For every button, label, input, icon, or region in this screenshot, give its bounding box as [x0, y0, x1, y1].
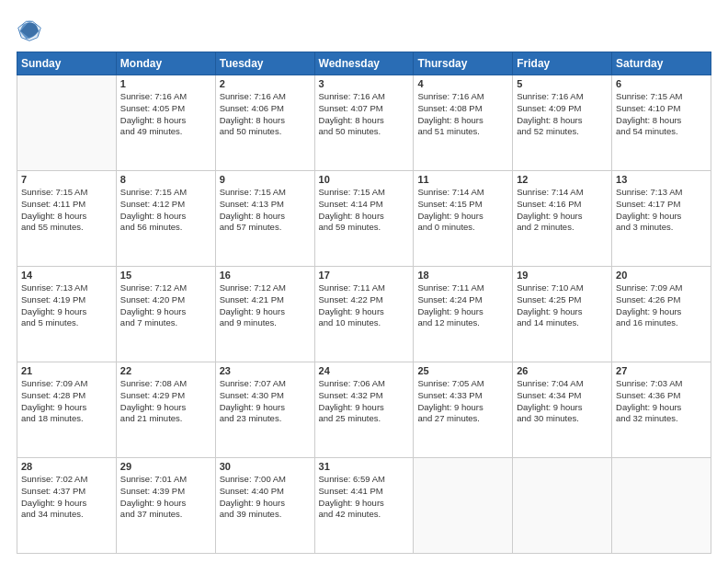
calendar-cell: 26Sunrise: 7:04 AM Sunset: 4:34 PM Dayli…: [513, 362, 612, 458]
calendar-cell: 30Sunrise: 7:00 AM Sunset: 4:40 PM Dayli…: [215, 458, 314, 554]
calendar-cell: [513, 458, 612, 554]
day-header-wednesday: Wednesday: [314, 52, 414, 75]
day-info: Sunrise: 7:09 AM Sunset: 4:26 PM Dayligh…: [616, 282, 707, 329]
day-info: Sunrise: 7:16 AM Sunset: 4:06 PM Dayligh…: [220, 91, 311, 138]
day-info: Sunrise: 7:00 AM Sunset: 4:40 PM Dayligh…: [220, 474, 311, 521]
day-info: Sunrise: 7:14 AM Sunset: 4:16 PM Dayligh…: [517, 187, 608, 234]
day-info: Sunrise: 7:03 AM Sunset: 4:36 PM Dayligh…: [616, 378, 707, 425]
day-info: Sunrise: 7:01 AM Sunset: 4:39 PM Dayligh…: [120, 474, 211, 521]
day-info: Sunrise: 7:16 AM Sunset: 4:07 PM Dayligh…: [319, 91, 410, 138]
day-info: Sunrise: 6:59 AM Sunset: 4:41 PM Dayligh…: [319, 474, 410, 521]
day-number: 13: [616, 174, 707, 185]
day-header-sunday: Sunday: [17, 52, 117, 75]
day-info: Sunrise: 7:12 AM Sunset: 4:20 PM Dayligh…: [120, 282, 211, 329]
calendar-table: SundayMondayTuesdayWednesdayThursdayFrid…: [17, 52, 711, 554]
day-number: 30: [220, 461, 311, 472]
week-row-5: 28Sunrise: 7:02 AM Sunset: 4:37 PM Dayli…: [17, 458, 711, 554]
day-number: 14: [21, 270, 112, 281]
calendar-cell: 11Sunrise: 7:14 AM Sunset: 4:15 PM Dayli…: [414, 171, 513, 267]
calendar-cell: 9Sunrise: 7:15 AM Sunset: 4:13 PM Daylig…: [215, 171, 314, 267]
day-info: Sunrise: 7:16 AM Sunset: 4:05 PM Dayligh…: [120, 91, 211, 138]
calendar-cell: 31Sunrise: 6:59 AM Sunset: 4:41 PM Dayli…: [314, 458, 414, 554]
day-info: Sunrise: 7:12 AM Sunset: 4:21 PM Dayligh…: [220, 282, 311, 329]
day-info: Sunrise: 7:16 AM Sunset: 4:09 PM Dayligh…: [517, 91, 608, 138]
calendar-cell: 17Sunrise: 7:11 AM Sunset: 4:22 PM Dayli…: [314, 267, 414, 362]
calendar-cell: 15Sunrise: 7:12 AM Sunset: 4:20 PM Dayli…: [116, 267, 215, 362]
calendar-cell: 28Sunrise: 7:02 AM Sunset: 4:37 PM Dayli…: [17, 458, 117, 554]
day-header-tuesday: Tuesday: [215, 52, 314, 75]
day-header-thursday: Thursday: [414, 52, 513, 75]
day-info: Sunrise: 7:15 AM Sunset: 4:14 PM Dayligh…: [319, 187, 410, 234]
day-info: Sunrise: 7:05 AM Sunset: 4:33 PM Dayligh…: [417, 378, 508, 425]
week-row-3: 14Sunrise: 7:13 AM Sunset: 4:19 PM Dayli…: [17, 267, 711, 362]
day-info: Sunrise: 7:04 AM Sunset: 4:34 PM Dayligh…: [517, 378, 608, 425]
calendar-cell: 24Sunrise: 7:06 AM Sunset: 4:32 PM Dayli…: [314, 362, 414, 458]
day-info: Sunrise: 7:11 AM Sunset: 4:22 PM Dayligh…: [319, 282, 410, 329]
page: SundayMondayTuesdayWednesdayThursdayFrid…: [0, 0, 728, 563]
calendar-cell: 12Sunrise: 7:14 AM Sunset: 4:16 PM Dayli…: [513, 171, 612, 267]
day-info: Sunrise: 7:09 AM Sunset: 4:28 PM Dayligh…: [21, 378, 112, 425]
day-info: Sunrise: 7:06 AM Sunset: 4:32 PM Dayligh…: [319, 378, 410, 425]
day-number: 9: [220, 174, 311, 185]
calendar-cell: [17, 75, 117, 171]
calendar-cell: 22Sunrise: 7:08 AM Sunset: 4:29 PM Dayli…: [116, 362, 215, 458]
week-row-2: 7Sunrise: 7:15 AM Sunset: 4:11 PM Daylig…: [17, 171, 711, 267]
days-header-row: SundayMondayTuesdayWednesdayThursdayFrid…: [17, 52, 711, 75]
calendar-cell: [414, 458, 513, 554]
calendar-cell: 21Sunrise: 7:09 AM Sunset: 4:28 PM Dayli…: [17, 362, 117, 458]
day-header-friday: Friday: [513, 52, 612, 75]
day-number: 11: [417, 174, 508, 185]
day-info: Sunrise: 7:10 AM Sunset: 4:25 PM Dayligh…: [517, 282, 608, 329]
day-number: 20: [616, 270, 707, 281]
header: [17, 17, 711, 42]
calendar-cell: 13Sunrise: 7:13 AM Sunset: 4:17 PM Dayli…: [612, 171, 711, 267]
day-info: Sunrise: 7:15 AM Sunset: 4:13 PM Dayligh…: [220, 187, 311, 234]
day-number: 17: [319, 270, 410, 281]
day-info: Sunrise: 7:07 AM Sunset: 4:30 PM Dayligh…: [220, 378, 311, 425]
day-info: Sunrise: 7:16 AM Sunset: 4:08 PM Dayligh…: [417, 91, 508, 138]
day-number: 23: [220, 365, 311, 376]
day-number: 2: [220, 78, 311, 89]
day-number: 7: [21, 174, 112, 185]
day-number: 19: [517, 270, 608, 281]
day-number: 28: [21, 461, 112, 472]
week-row-1: 1Sunrise: 7:16 AM Sunset: 4:05 PM Daylig…: [17, 75, 711, 171]
day-number: 31: [319, 461, 410, 472]
day-info: Sunrise: 7:13 AM Sunset: 4:17 PM Dayligh…: [616, 187, 707, 234]
day-header-monday: Monday: [116, 52, 215, 75]
day-info: Sunrise: 7:13 AM Sunset: 4:19 PM Dayligh…: [21, 282, 112, 329]
day-info: Sunrise: 7:11 AM Sunset: 4:24 PM Dayligh…: [417, 282, 508, 329]
calendar-cell: 5Sunrise: 7:16 AM Sunset: 4:09 PM Daylig…: [513, 75, 612, 171]
day-info: Sunrise: 7:15 AM Sunset: 4:10 PM Dayligh…: [616, 91, 707, 138]
day-number: 10: [319, 174, 410, 185]
day-number: 16: [220, 270, 311, 281]
day-number: 8: [120, 174, 211, 185]
day-number: 4: [417, 78, 508, 89]
calendar-cell: 18Sunrise: 7:11 AM Sunset: 4:24 PM Dayli…: [414, 267, 513, 362]
calendar-cell: 6Sunrise: 7:15 AM Sunset: 4:10 PM Daylig…: [612, 75, 711, 171]
day-number: 1: [120, 78, 211, 89]
day-number: 5: [517, 78, 608, 89]
day-number: 15: [120, 270, 211, 281]
calendar-cell: 4Sunrise: 7:16 AM Sunset: 4:08 PM Daylig…: [414, 75, 513, 171]
day-number: 24: [319, 365, 410, 376]
calendar-cell: 16Sunrise: 7:12 AM Sunset: 4:21 PM Dayli…: [215, 267, 314, 362]
calendar-cell: 20Sunrise: 7:09 AM Sunset: 4:26 PM Dayli…: [612, 267, 711, 362]
week-row-4: 21Sunrise: 7:09 AM Sunset: 4:28 PM Dayli…: [17, 362, 711, 458]
calendar-cell: 23Sunrise: 7:07 AM Sunset: 4:30 PM Dayli…: [215, 362, 314, 458]
day-number: 21: [21, 365, 112, 376]
day-number: 6: [616, 78, 707, 89]
calendar-cell: 29Sunrise: 7:01 AM Sunset: 4:39 PM Dayli…: [116, 458, 215, 554]
calendar-cell: 7Sunrise: 7:15 AM Sunset: 4:11 PM Daylig…: [17, 171, 117, 267]
calendar-cell: [612, 458, 711, 554]
day-info: Sunrise: 7:15 AM Sunset: 4:12 PM Dayligh…: [120, 187, 211, 234]
day-number: 25: [417, 365, 508, 376]
calendar-cell: 25Sunrise: 7:05 AM Sunset: 4:33 PM Dayli…: [414, 362, 513, 458]
calendar-cell: 3Sunrise: 7:16 AM Sunset: 4:07 PM Daylig…: [314, 75, 414, 171]
day-number: 12: [517, 174, 608, 185]
calendar-cell: 1Sunrise: 7:16 AM Sunset: 4:05 PM Daylig…: [116, 75, 215, 171]
day-number: 29: [120, 461, 211, 472]
day-header-saturday: Saturday: [612, 52, 711, 75]
day-info: Sunrise: 7:08 AM Sunset: 4:29 PM Dayligh…: [120, 378, 211, 425]
logo-icon: [17, 17, 42, 42]
